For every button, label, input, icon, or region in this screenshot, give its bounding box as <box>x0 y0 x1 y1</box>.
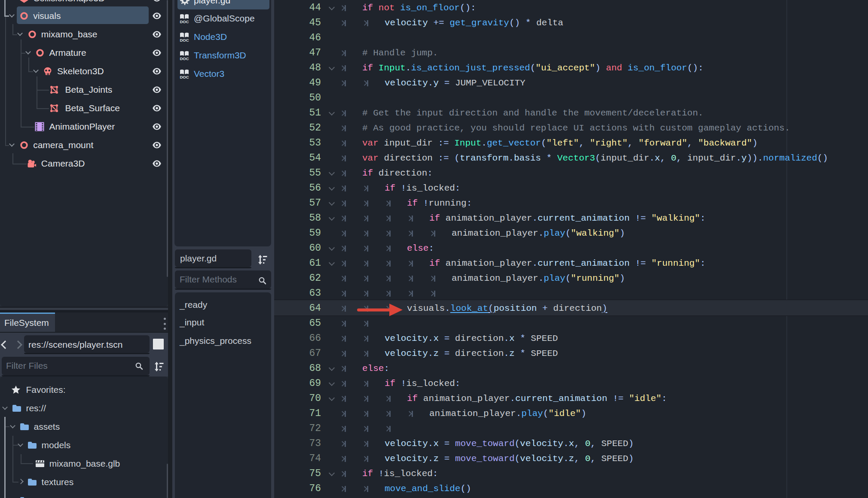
svg-text:DOC: DOC <box>180 75 189 79</box>
svg-text:DOC: DOC <box>180 38 189 42</box>
svg-text:DOC: DOC <box>180 56 189 61</box>
svg-text:DOC: DOC <box>180 19 189 24</box>
